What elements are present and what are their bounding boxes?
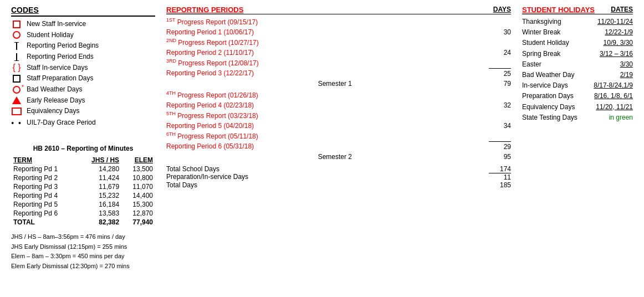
rp-label: 1ST Progress Report (09/15/17) — [166, 17, 258, 27]
list-item: Reporting Period Ends — [11, 53, 155, 62]
curly-square-icon — [11, 107, 22, 115]
total-school-days-val: 174 — [489, 165, 511, 173]
note-line: JHS / HS – 8am–3:56pm = 476 mins / day — [11, 232, 155, 242]
rp-days: 24 — [489, 48, 511, 58]
jhs-cell: 15,232 — [78, 191, 121, 200]
red-square-icon — [11, 21, 22, 28]
holiday-label: Preparation Days — [522, 91, 574, 101]
term-cell: Reporting Pd 2 — [11, 173, 78, 182]
rp-item: 4TH Progress Report (01/26/18) — [166, 90, 511, 100]
jhs-cell: 82,382 — [78, 218, 121, 227]
rp-item: 5TH Progress Report (03/23/18) — [166, 110, 511, 121]
holiday-date: 11/20-11/24 — [597, 17, 633, 27]
list-item: In-service Days 8/17-8/24,1/9 — [522, 80, 633, 91]
student-holidays-title: STUDENT HOLIDAYS — [522, 6, 595, 14]
list-item: Student Holiday — [11, 31, 155, 40]
dots-icon: • • — [11, 118, 22, 128]
holiday-label: In-service Days — [522, 80, 568, 91]
table-row: Reporting Pd 5 16,184 15,300 — [11, 200, 155, 209]
holiday-label: Spring Break — [522, 49, 560, 59]
table-row: Reporting Pd 4 15,232 14,400 — [11, 191, 155, 200]
codes-list: New Staff In-service Student Holiday Rep… — [11, 20, 155, 128]
term-cell: Reporting Pd 3 — [11, 182, 78, 191]
prep-days-row: Preparation/In-service Days 11 — [166, 173, 511, 181]
hb2610-notes: JHS / HS – 8am–3:56pm = 476 mins / day J… — [11, 232, 155, 271]
table-row: Reporting Pd 1 14,280 13,500 — [11, 165, 155, 173]
list-item: Equivalency Days — [11, 107, 155, 116]
list-item: State Testing Days in green — [522, 112, 633, 123]
holiday-label: Student Holiday — [522, 38, 569, 48]
holiday-label: Easter — [522, 59, 541, 70]
jhs-cell: 14,280 — [78, 165, 121, 173]
holiday-label: Bad Weather Day — [522, 70, 575, 80]
left-section: CODES New Staff In-service Student Holid… — [11, 6, 155, 271]
rp-header: REPORTING PERIODS DAYS — [166, 6, 511, 14]
main-container: CODES New Staff In-service Student Holid… — [11, 6, 633, 271]
rp-item: Reporting Period 3 (12/22/17) 25 — [166, 68, 511, 79]
elem-cell: 13,500 — [121, 165, 155, 173]
list-item: Bad Weather Day 2/19 — [522, 70, 633, 80]
list-item: * Bad Weather Days — [11, 85, 155, 94]
holiday-label: State Testing Days — [522, 112, 577, 123]
list-item: Thanksgiving 11/20-11/24 — [522, 17, 633, 27]
code-label: Student Holiday — [27, 31, 74, 40]
line-bottom-icon — [11, 53, 22, 61]
note-line: Elem – 8am – 3:30pm = 450 mins per day — [11, 252, 155, 262]
prep-days-val: 11 — [489, 173, 511, 181]
rp-days — [489, 90, 511, 100]
holiday-date: 11/20, 11/21 — [596, 102, 633, 112]
holiday-date: 8/17-8/24,1/9 — [594, 80, 633, 91]
rp-item: Reporting Period 4 (02/23/18) 32 — [166, 100, 511, 110]
code-label: Bad Weather Days — [27, 85, 83, 94]
list-item: New Staff In-service — [11, 20, 155, 29]
total-days-row: Total Days 185 — [166, 181, 511, 189]
rp-days: 30 — [489, 27, 511, 37]
rp-days — [489, 17, 511, 27]
semester2-total: 95 — [504, 153, 511, 161]
holiday-date: 8/16, 1/8, 6/1 — [594, 91, 633, 101]
semester2-row: Semester 2 95 — [166, 153, 511, 161]
elem-cell: 77,940 — [121, 218, 155, 227]
rp-item: Reporting Period 5 (04/20/18) 34 — [166, 121, 511, 131]
svg-rect-4 — [12, 108, 21, 115]
holiday-label: Thanksgiving — [522, 17, 561, 27]
codes-title: CODES — [11, 6, 155, 17]
rp-label: Reporting Period 1 (10/06/17) — [166, 27, 254, 37]
totals-section: Total School Days 174 Preparation/In-ser… — [166, 165, 511, 189]
term-cell: Reporting Pd 6 — [11, 209, 78, 218]
rp-item: 6TH Progress Report (05/11/18) — [166, 131, 511, 141]
jhs-cell: 13,583 — [78, 209, 121, 218]
prep-days-label: Preparation/In-service Days — [166, 173, 248, 181]
code-label: Reporting Period Begins — [27, 42, 99, 50]
codes-section: CODES New Staff In-service Student Holid… — [11, 6, 155, 128]
rp-label: 2ND Progress Report (10/27/17) — [166, 37, 259, 48]
rp-days — [489, 37, 511, 48]
code-label: Staff Preparation Days — [27, 74, 94, 83]
total-school-days-label: Total School Days — [166, 165, 219, 173]
note-line: JHS Early Dismissal (12:15pm) = 255 mins — [11, 242, 155, 252]
semester1-label: Semester 1 — [166, 80, 504, 88]
rp-label: 4TH Progress Report (01/26/18) — [166, 90, 258, 100]
jhs-cell: 11,424 — [78, 173, 121, 182]
jhs-cell: 11,679 — [78, 182, 121, 191]
rp-label: Reporting Period 3 (12/22/17) — [166, 68, 254, 79]
rp-item: 2ND Progress Report (10/27/17) — [166, 37, 511, 48]
holidays-header: STUDENT HOLIDAYS DATES — [522, 6, 633, 14]
hb2610-table: TERM JHS / HS ELEM Reporting Pd 1 14,280… — [11, 156, 155, 227]
holiday-date: 12/22-1/9 — [605, 27, 633, 38]
rp-days: 34 — [489, 121, 511, 131]
table-row: TOTAL 82,382 77,940 — [11, 218, 155, 227]
term-cell: TOTAL — [11, 218, 78, 227]
list-item: Winter Break 12/22-1/9 — [522, 27, 633, 38]
rp-item: 1ST Progress Report (09/15/17) — [166, 17, 511, 27]
code-label: UIL7-Day Grace Period — [27, 119, 96, 127]
table-row: Reporting Pd 6 13,583 12,870 — [11, 209, 155, 218]
rp-days: 29 — [489, 141, 511, 152]
hb2610-section: HB 2610 – Reporting of Minutes TERM JHS … — [11, 145, 155, 271]
rp-item: Reporting Period 6 (05/31/18) 29 — [166, 141, 511, 152]
list-item: Early Release Days — [11, 96, 155, 105]
list-item: Equivalency Days 11/20, 11/21 — [522, 102, 633, 112]
rp-label: 5TH Progress Report (03/23/18) — [166, 110, 258, 121]
list-item: • • UIL7-Day Grace Period — [11, 118, 155, 128]
rp-item: 3RD Progress Report (12/08/17) — [166, 58, 511, 68]
